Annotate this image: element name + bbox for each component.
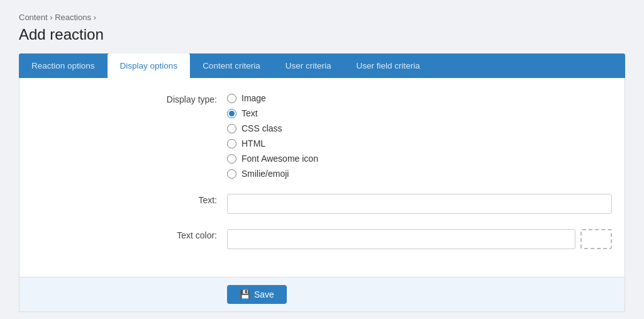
radio-item-css-class: CSS class (227, 123, 612, 133)
radio-group: Image Text CSS class HTML (227, 93, 612, 179)
radio-css[interactable] (227, 124, 236, 133)
text-color-row: Text color: (32, 229, 612, 249)
save-button[interactable]: 💾 Save (227, 285, 287, 304)
breadcrumb-sep2: › (94, 13, 96, 22)
radio-item-image: Image (227, 93, 612, 103)
text-control (227, 194, 612, 214)
save-icon: 💾 (240, 289, 250, 299)
radio-font-awesome-label[interactable]: Font Awesome icon (242, 154, 318, 164)
text-label: Text: (32, 194, 227, 205)
breadcrumb: Content › Reactions › (19, 13, 625, 22)
radio-image-label[interactable]: Image (242, 93, 266, 103)
text-row: Text: (32, 194, 612, 214)
radio-css-label[interactable]: CSS class (242, 123, 282, 133)
color-text-input[interactable] (227, 229, 575, 249)
color-row (227, 229, 612, 249)
tab-bar: Reaction options Display options Content… (19, 53, 625, 78)
display-type-label: Display type: (32, 93, 227, 104)
radio-item-font-awesome: Font Awesome icon (227, 154, 612, 164)
tab-user-field-criteria[interactable]: User field criteria (343, 53, 432, 78)
radio-html-label[interactable]: HTML (242, 138, 265, 148)
color-swatch[interactable] (580, 229, 612, 249)
tab-display-options[interactable]: Display options (108, 53, 191, 78)
form-footer: 💾 Save (19, 277, 625, 311)
radio-font-awesome[interactable] (227, 154, 236, 164)
text-color-label: Text color: (32, 229, 227, 240)
display-type-control: Image Text CSS class HTML (227, 93, 612, 179)
radio-smilie-label[interactable]: Smilie/emoji (242, 169, 289, 179)
breadcrumb-content[interactable]: Content (19, 13, 48, 22)
radio-item-smilie: Smilie/emoji (227, 169, 612, 179)
save-label: Save (254, 289, 274, 299)
radio-smilie[interactable] (227, 169, 236, 179)
tab-user-criteria[interactable]: User criteria (273, 53, 344, 78)
radio-item-text: Text (227, 108, 612, 118)
text-color-control (227, 229, 612, 249)
tab-reaction-options[interactable]: Reaction options (19, 53, 108, 78)
radio-image[interactable] (227, 94, 236, 103)
radio-text-label[interactable]: Text (242, 108, 258, 118)
breadcrumb-sep1: › (50, 13, 55, 22)
form-body: Display type: Image Text CSS class (19, 78, 625, 277)
text-input[interactable] (227, 194, 612, 214)
radio-item-html: HTML (227, 138, 612, 148)
breadcrumb-reactions[interactable]: Reactions (55, 13, 91, 22)
page-title: Add reaction (19, 26, 625, 43)
display-type-row: Display type: Image Text CSS class (32, 93, 612, 179)
radio-html[interactable] (227, 139, 236, 148)
form-container: Display type: Image Text CSS class (19, 78, 625, 312)
tab-content-criteria[interactable]: Content criteria (190, 53, 273, 78)
radio-text[interactable] (227, 109, 236, 118)
